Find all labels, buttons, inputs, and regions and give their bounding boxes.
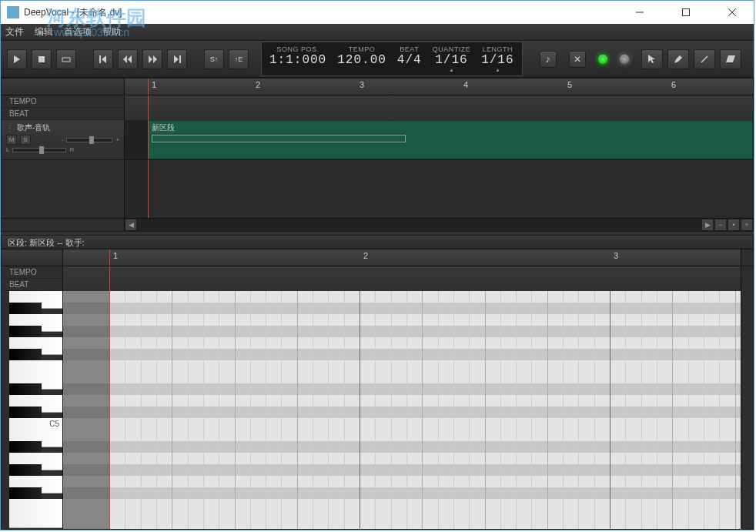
track-lane[interactable]: 新区段: [125, 120, 753, 159]
piano-tempo-lane[interactable]: [63, 266, 741, 291]
zoom-reset-button[interactable]: •: [728, 219, 740, 231]
track-header[interactable]: ⋮歌声-音轨 M S - + L R: [2, 120, 125, 159]
black-key[interactable]: [9, 303, 42, 314]
grid-row[interactable]: [63, 476, 741, 487]
length-value[interactable]: 1/16: [481, 53, 513, 67]
grid-row[interactable]: [63, 337, 741, 349]
grid-row[interactable]: [63, 360, 741, 372]
shuffle-button[interactable]: ✕: [569, 51, 586, 68]
grid-subline: [578, 291, 579, 529]
piano-v-scrollbar[interactable]: [741, 291, 753, 529]
grid-row[interactable]: [63, 407, 741, 418]
scroll-right-button[interactable]: ▶: [701, 219, 714, 231]
solo-button[interactable]: S: [20, 135, 31, 145]
piano-keyboard[interactable]: C5: [2, 291, 63, 529]
song-pos-value[interactable]: 1:1:000: [269, 53, 326, 67]
black-key[interactable]: [9, 487, 42, 499]
black-key[interactable]: [9, 326, 42, 337]
rewind-start-button[interactable]: [93, 49, 113, 69]
piano-ruler[interactable]: 1 2 3: [63, 249, 741, 266]
grid-subline: [344, 291, 345, 529]
stop-button[interactable]: [32, 49, 52, 69]
black-key[interactable]: [9, 383, 42, 395]
svg-rect-14: [179, 55, 181, 63]
close-button[interactable]: [717, 4, 748, 21]
pencil-tool-button[interactable]: [667, 49, 689, 69]
grid-row[interactable]: [63, 383, 741, 395]
black-key[interactable]: [9, 349, 42, 360]
black-key[interactable]: [9, 441, 42, 453]
piano-tempo-label: TEMPO: [2, 266, 62, 279]
grid-row[interactable]: [63, 418, 741, 430]
grid-subline: [391, 291, 392, 529]
zoom-out-button[interactable]: −: [714, 219, 727, 231]
grid-row[interactable]: [63, 314, 741, 326]
grid-row[interactable]: [63, 453, 741, 464]
clip-range-indicator[interactable]: [152, 135, 406, 142]
menu-file[interactable]: 文件: [5, 25, 24, 38]
marker-start-button[interactable]: S↑: [204, 49, 224, 69]
grid-row[interactable]: [63, 441, 741, 453]
volume-slider[interactable]: [66, 138, 112, 142]
minimize-button[interactable]: [624, 4, 655, 21]
beat-value[interactable]: 4/4: [397, 53, 422, 67]
grid-subline: [516, 291, 517, 529]
forward-end-button[interactable]: [167, 49, 187, 69]
grid-row[interactable]: [63, 349, 741, 360]
grid-row[interactable]: [63, 372, 741, 383]
scroll-left-button[interactable]: ◀: [125, 219, 137, 231]
black-key[interactable]: [9, 464, 42, 476]
play-led-icon[interactable]: [598, 55, 607, 64]
note-mode-button[interactable]: ♪: [540, 51, 557, 68]
tempo-value[interactable]: 120.00: [337, 53, 386, 67]
grid-subline: [313, 291, 313, 529]
menu-edit[interactable]: 编辑: [35, 25, 53, 38]
pan-slider[interactable]: [12, 148, 66, 152]
loop-button[interactable]: [56, 49, 76, 69]
grid-vline: [547, 291, 548, 529]
line-tool-button[interactable]: [694, 49, 715, 69]
mute-button[interactable]: M: [6, 135, 17, 145]
forward-button[interactable]: [142, 49, 162, 69]
svg-rect-6: [62, 58, 70, 62]
grid-vline: [360, 291, 360, 529]
grid-subline: [203, 291, 204, 529]
pointer-tool-button[interactable]: [641, 49, 663, 69]
tempo-label: TEMPO: [349, 45, 376, 53]
record-led-icon[interactable]: [620, 55, 629, 64]
arrangement-empty-area[interactable]: [2, 160, 753, 218]
grid-row[interactable]: [63, 499, 741, 510]
grid-row[interactable]: [63, 291, 741, 303]
zoom-in-button[interactable]: +: [741, 219, 753, 231]
svg-marker-9: [123, 55, 127, 63]
white-key[interactable]: [9, 510, 62, 528]
svg-marker-12: [153, 55, 157, 63]
eraser-tool-button[interactable]: [720, 49, 741, 69]
playhead[interactable]: [109, 249, 110, 266]
svg-rect-1: [683, 9, 690, 16]
arrangement-h-scrollbar[interactable]: ◀ ▶ − • +: [2, 218, 753, 231]
arr-ruler[interactable]: 1 2 3 4 5 6: [125, 79, 753, 95]
grid-row[interactable]: [63, 326, 741, 337]
arr-tempo-lane[interactable]: [125, 95, 753, 120]
playhead[interactable]: [148, 79, 149, 95]
grid-row[interactable]: [63, 395, 741, 407]
app-icon: [7, 6, 19, 18]
black-key[interactable]: [9, 407, 42, 418]
grid-row[interactable]: [63, 487, 741, 499]
grid-row[interactable]: [63, 303, 741, 314]
menu-help[interactable]: 帮助: [102, 25, 121, 38]
menu-preferences[interactable]: 首选项: [64, 25, 92, 38]
quantize-value[interactable]: 1/16: [435, 53, 467, 67]
grid-row[interactable]: [63, 510, 741, 522]
audio-clip[interactable]: 新区段: [148, 120, 753, 159]
grid-row[interactable]: [63, 430, 741, 441]
play-button[interactable]: [7, 49, 27, 69]
rewind-button[interactable]: [118, 49, 138, 69]
beat-label: BEAT: [400, 45, 419, 53]
marker-end-button[interactable]: ↑E: [229, 49, 249, 69]
piano-grid[interactable]: [63, 291, 741, 529]
grid-row[interactable]: [63, 464, 741, 476]
playhead-line: [109, 291, 110, 529]
maximize-button[interactable]: [671, 4, 701, 21]
